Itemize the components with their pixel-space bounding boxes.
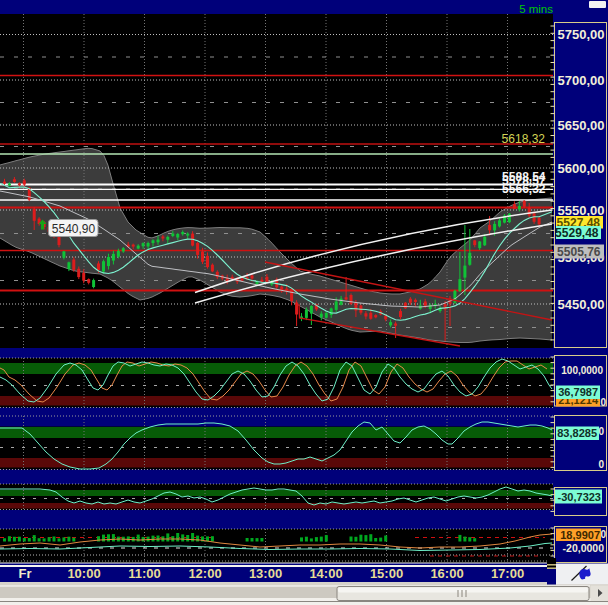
svg-text:-30,7323: -30,7323 (558, 491, 601, 503)
svg-text:5650,00: 5650,00 (558, 118, 605, 133)
svg-text:13:00: 13:00 (249, 566, 282, 581)
svg-text:Fr: Fr (19, 566, 32, 581)
svg-text:5750,00: 5750,00 (558, 27, 605, 42)
svg-text:83,8285: 83,8285 (557, 427, 597, 439)
svg-text:-20,0000: -20,0000 (563, 542, 605, 554)
svg-text:18,9907: 18,9907 (560, 529, 600, 541)
svg-text:16:00: 16:00 (430, 566, 463, 581)
svg-text:100,0000: 100,0000 (561, 365, 603, 376)
svg-text:15:00: 15:00 (370, 566, 403, 581)
svg-text:5 mins: 5 mins (519, 3, 553, 15)
svg-text:5700,00: 5700,00 (558, 73, 605, 88)
svg-text:5450,00: 5450,00 (558, 297, 605, 312)
svg-text:17:00: 17:00 (491, 566, 524, 581)
svg-text:5600,00: 5600,00 (558, 161, 605, 176)
svg-text:5529,48: 5529,48 (555, 226, 599, 240)
svg-text:0: 0 (600, 397, 606, 408)
svg-text:5618,32: 5618,32 (502, 132, 546, 146)
svg-text:12:00: 12:00 (188, 566, 221, 581)
svg-text:11:00: 11:00 (128, 566, 161, 581)
svg-text:0: 0 (600, 529, 606, 540)
svg-text:10:00: 10:00 (67, 566, 100, 581)
svg-text:0: 0 (598, 459, 604, 470)
svg-text:5540,90: 5540,90 (52, 222, 96, 236)
svg-text:36,7987: 36,7987 (558, 386, 598, 398)
svg-text:5505,76: 5505,76 (557, 245, 601, 259)
svg-text:5566,32: 5566,32 (502, 182, 546, 196)
svg-text:14:00: 14:00 (309, 566, 342, 581)
